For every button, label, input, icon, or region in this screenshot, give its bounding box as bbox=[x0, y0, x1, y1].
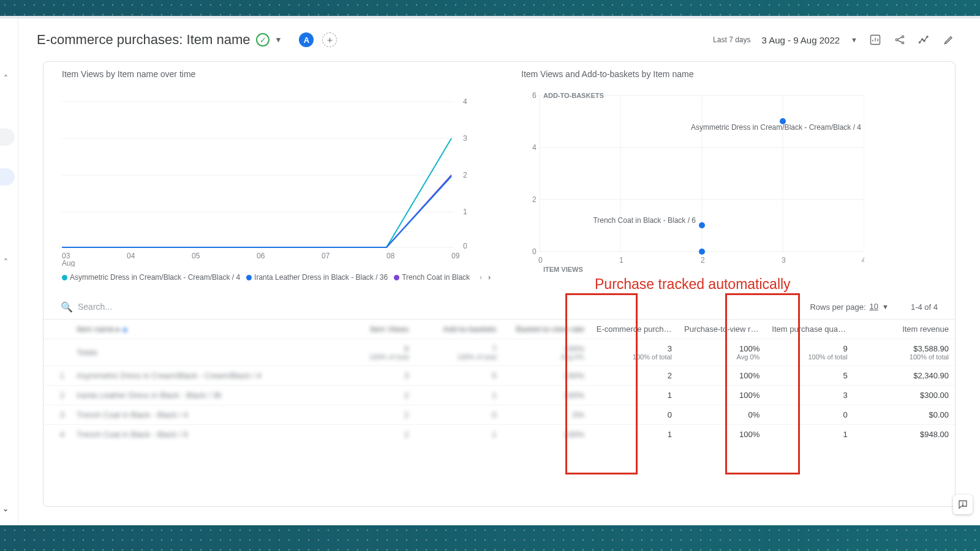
rows-per-page-label: Rows per page: bbox=[810, 302, 865, 312]
col-purchase-qty[interactable]: Item purchase quantity bbox=[766, 320, 853, 339]
line-chart-title: Item Views by Item name over time bbox=[62, 69, 195, 79]
svg-text:3: 3 bbox=[782, 256, 786, 264]
insights-icon[interactable] bbox=[869, 33, 882, 47]
svg-text:09: 09 bbox=[451, 252, 460, 260]
col-basket-rate[interactable]: Basket-to-view rate bbox=[502, 320, 590, 339]
data-table: 🔍 Rows per page: 10 ▼ 1-4 of 4 bbox=[43, 294, 955, 506]
title-caret-icon[interactable]: ▼ bbox=[274, 36, 282, 44]
legend-item[interactable]: Asymmetric Dress in Cream/Black - Cream/… bbox=[62, 273, 240, 282]
svg-text:2: 2 bbox=[701, 256, 705, 264]
page-header: E-commerce purchases: Item name ✓ ▼ A ＋ … bbox=[37, 24, 956, 55]
svg-text:2: 2 bbox=[463, 171, 467, 179]
svg-point-1 bbox=[895, 39, 897, 40]
svg-text:0: 0 bbox=[538, 256, 543, 264]
rail-bottom-glyph[interactable]: ⌄ bbox=[2, 504, 9, 513]
col-add-to-baskets[interactable]: Add-to-baskets bbox=[415, 320, 502, 339]
rail-pill[interactable] bbox=[0, 129, 15, 146]
svg-point-4 bbox=[919, 42, 920, 43]
table-row[interactable]: 3 Trench Coat in Black - Black / 4 2 0 0… bbox=[43, 405, 955, 425]
report-card: Item Views by Item name over time Item V… bbox=[43, 61, 956, 507]
legend-item[interactable]: Trench Coat in Black bbox=[394, 273, 470, 282]
date-range[interactable]: 3 Aug - 9 Aug 2022 bbox=[761, 35, 840, 45]
rail-collapse-icon[interactable]: ˄ bbox=[4, 257, 8, 267]
table-header-row: Item name ▸ Item Views Add-to-baskets Ba… bbox=[43, 320, 955, 339]
manual-annotation: Purchase tracked automatically bbox=[595, 276, 791, 293]
rows-per-page-value[interactable]: 10 bbox=[870, 302, 878, 312]
svg-text:4: 4 bbox=[532, 143, 537, 152]
svg-text:Trench Coat in Black - Black /: Trench Coat in Black - Black / 6 bbox=[593, 216, 696, 225]
svg-point-2 bbox=[902, 36, 903, 37]
svg-text:Asymmetric Dress in Cream/Blac: Asymmetric Dress in Cream/Black - Cream/… bbox=[691, 123, 861, 132]
edit-pencil-icon[interactable] bbox=[942, 33, 956, 47]
share-icon[interactable] bbox=[893, 33, 907, 47]
col-item-views[interactable]: Item Views bbox=[327, 320, 415, 339]
verified-check-icon[interactable]: ✓ bbox=[256, 33, 270, 47]
search-icon: 🔍 bbox=[61, 301, 73, 313]
svg-text:ADD-TO-BASKETS: ADD-TO-BASKETS bbox=[543, 92, 604, 99]
legend-scroll-right-icon[interactable]: › bbox=[488, 273, 491, 282]
rail-collapse-icon[interactable]: ˄ bbox=[4, 73, 8, 83]
svg-point-3 bbox=[902, 42, 903, 43]
svg-text:08: 08 bbox=[386, 252, 395, 260]
svg-text:05: 05 bbox=[192, 252, 200, 260]
table-row[interactable]: 4 Trench Coat in Black - Black / 6 2 1 1… bbox=[43, 425, 955, 444]
svg-text:1: 1 bbox=[619, 256, 624, 264]
col-ecom-purchases[interactable]: E-commerce purchases bbox=[590, 320, 678, 339]
svg-text:2: 2 bbox=[532, 195, 537, 204]
line-chart-legend: Asymmetric Dress in Cream/Black - Cream/… bbox=[62, 270, 491, 285]
app-page: ˄ ˄ ⌄ E-commerce purchases: Item name ✓ … bbox=[0, 18, 980, 525]
svg-text:ITEM VIEWS: ITEM VIEWS bbox=[543, 266, 583, 273]
scatter-point[interactable] bbox=[699, 249, 705, 255]
trend-icon[interactable] bbox=[918, 33, 931, 47]
svg-text:07: 07 bbox=[322, 252, 330, 260]
decorative-bottom-band bbox=[0, 525, 980, 551]
svg-point-49 bbox=[962, 505, 963, 506]
svg-text:3: 3 bbox=[463, 134, 467, 143]
row-count: 1-4 of 4 bbox=[911, 302, 938, 312]
rows-per-page-caret-icon[interactable]: ▼ bbox=[882, 303, 889, 310]
scatter-point[interactable] bbox=[699, 222, 705, 228]
audience-badge[interactable]: A bbox=[299, 32, 314, 47]
svg-text:06: 06 bbox=[257, 252, 265, 260]
add-comparison-button[interactable]: ＋ bbox=[322, 32, 337, 47]
decorative-top-band bbox=[0, 0, 980, 16]
col-item-revenue[interactable]: Item revenue bbox=[854, 320, 955, 339]
date-range-caret-icon[interactable]: ▼ bbox=[851, 36, 858, 43]
legend-item[interactable]: Iranta Leather Dress in Black - Black / … bbox=[246, 273, 388, 282]
date-preset-label: Last 7 days bbox=[713, 36, 750, 44]
svg-text:6: 6 bbox=[532, 91, 537, 100]
page-title: E-commerce purchases: Item name bbox=[37, 32, 250, 48]
svg-text:4: 4 bbox=[463, 97, 467, 106]
left-rail: ˄ ˄ ⌄ bbox=[0, 18, 18, 525]
svg-text:Aug: Aug bbox=[62, 259, 75, 267]
table-row[interactable]: 1 Asymmetric Dress in Cream/Black - Crea… bbox=[43, 366, 955, 386]
feedback-button[interactable] bbox=[953, 495, 973, 514]
svg-text:0: 0 bbox=[532, 247, 537, 256]
scatter-chart-title: Item Views and Add-to-baskets by Item na… bbox=[521, 69, 693, 79]
svg-text:0: 0 bbox=[463, 242, 467, 250]
line-chart: 4 3 2 1 0 03 Aug 04 05 06 07 08 09 bbox=[62, 89, 491, 267]
scatter-chart: 6 4 2 0 0 1 2 3 4 ADD-TO-BASKETS ITEM VI… bbox=[521, 89, 864, 282]
col-purchase-rate[interactable]: Purchase-to-view rate bbox=[678, 320, 766, 339]
svg-text:4: 4 bbox=[862, 256, 864, 264]
legend-scroll-left-icon: ‹ bbox=[480, 273, 482, 282]
table-row[interactable]: 2 Iranta Leather Dress in Black - Black … bbox=[43, 386, 955, 405]
rail-pill-active[interactable] bbox=[0, 168, 15, 186]
svg-text:1: 1 bbox=[463, 208, 467, 216]
svg-text:04: 04 bbox=[127, 252, 135, 260]
totals-row: Totals 8100% of total 7100% of total 100… bbox=[43, 339, 955, 366]
col-item-name[interactable]: Item name ▸ bbox=[70, 320, 327, 339]
table-search-input[interactable] bbox=[78, 302, 200, 312]
